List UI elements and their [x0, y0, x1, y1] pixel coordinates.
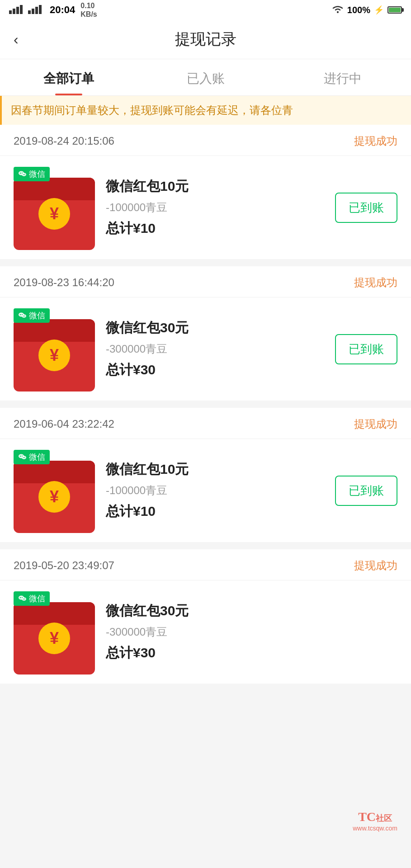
wechat-label: 微信 — [29, 310, 45, 321]
status-right: 100% ⚡ — [332, 5, 402, 15]
order-content: 微信 ¥ 微信红包10元 -100000青豆 总计¥10 已到账 — [0, 156, 411, 259]
arrived-button[interactable]: 已到账 — [335, 476, 397, 506]
product-beans: -100000青豆 — [106, 483, 324, 498]
product-image: 微信 ¥ — [14, 167, 95, 248]
svg-rect-1 — [13, 9, 15, 14]
svg-point-13 — [23, 174, 24, 175]
order-status: 提现成功 — [354, 417, 397, 431]
svg-point-31 — [23, 599, 24, 599]
status-bar: 20:04 0.10 KB/s 100% ⚡ — [0, 0, 411, 20]
order-item: 2019-08-24 20:15:06 提现成功 微信 ¥ — [0, 125, 411, 259]
network-speed: 0.10 KB/s — [80, 1, 97, 19]
order-item: 2019-06-04 23:22:42 提现成功 微信 ¥ — [0, 408, 411, 542]
product-total: 总计¥30 — [106, 361, 324, 379]
product-image: 微信 ¥ — [14, 591, 95, 673]
product-name: 微信红包30元 — [106, 319, 324, 337]
svg-point-30 — [22, 597, 26, 601]
svg-rect-3 — [20, 5, 23, 14]
svg-rect-5 — [32, 9, 34, 14]
order-list: 2019-08-24 20:15:06 提现成功 微信 ¥ — [0, 125, 411, 684]
product-tag: 微信 — [14, 167, 50, 181]
product-name: 微信红包10元 — [106, 177, 324, 196]
svg-point-14 — [24, 174, 25, 175]
order-date: 2019-06-04 23:22:42 — [14, 418, 114, 430]
product-beans: -300000青豆 — [106, 625, 324, 639]
order-status: 提现成功 — [354, 134, 397, 148]
product-total: 总计¥30 — [106, 644, 324, 662]
product-beans: -100000青豆 — [106, 200, 324, 215]
order-header: 2019-08-23 16:44:20 提现成功 — [0, 266, 411, 297]
lightning-icon: ⚡ — [374, 5, 384, 15]
watermark: TC社区 www.tcsqw.com — [353, 809, 397, 832]
product-tag: 微信 — [14, 591, 50, 606]
svg-point-8 — [337, 11, 339, 13]
red-envelope: ¥ — [14, 178, 95, 250]
product-image: 微信 ¥ — [14, 450, 95, 531]
page-header: ‹ 提现记录 — [0, 20, 411, 59]
signal2-icon — [28, 4, 44, 16]
wifi-icon — [332, 5, 344, 15]
svg-point-16 — [20, 314, 21, 315]
order-info: 微信红包10元 -100000青豆 总计¥10 — [106, 177, 324, 238]
tab-processing[interactable]: 进行中 — [274, 59, 411, 95]
svg-point-10 — [20, 173, 21, 174]
svg-point-12 — [22, 173, 26, 176]
svg-point-20 — [24, 316, 25, 316]
wechat-icon — [18, 311, 27, 320]
svg-point-25 — [23, 457, 24, 458]
signal-icon — [9, 4, 25, 16]
svg-rect-7 — [39, 5, 42, 14]
svg-rect-4 — [28, 10, 31, 14]
order-date: 2019-08-23 16:44:20 — [14, 276, 114, 289]
svg-rect-2 — [16, 7, 19, 14]
order-content: 微信 ¥ 微信红包30元 -300000青豆 总计¥30 已到账 — [0, 297, 411, 401]
order-info: 微信红包30元 -300000青豆 总计¥30 — [106, 319, 324, 379]
product-total: 总计¥10 — [106, 219, 324, 238]
wechat-icon — [18, 170, 27, 179]
wechat-label: 微信 — [29, 593, 45, 604]
envelope-coin: ¥ — [38, 340, 70, 371]
svg-point-24 — [22, 456, 26, 459]
tab-all-orders[interactable]: 全部订单 — [0, 59, 137, 95]
order-item: 2019-08-23 16:44:20 提现成功 微信 ¥ — [0, 266, 411, 401]
order-header: 2019-08-24 20:15:06 提现成功 — [0, 125, 411, 156]
battery-icon — [387, 6, 402, 14]
product-name: 微信红包10元 — [106, 460, 324, 479]
time-display: 20:04 — [50, 4, 75, 16]
product-total: 总计¥10 — [106, 502, 324, 521]
page-title: 提现记录 — [175, 29, 236, 50]
svg-rect-0 — [9, 10, 12, 14]
wechat-label: 微信 — [29, 169, 45, 179]
svg-point-28 — [20, 597, 21, 598]
order-date: 2019-08-24 20:15:06 — [14, 135, 114, 147]
order-item: 2019-05-20 23:49:07 提现成功 微信 ¥ — [0, 549, 411, 684]
svg-rect-6 — [35, 7, 38, 14]
red-envelope: ¥ — [14, 461, 95, 533]
status-left: 20:04 0.10 KB/s — [9, 1, 97, 19]
wechat-label: 微信 — [29, 452, 45, 462]
order-content: 微信 ¥ 微信红包30元 -300000青豆 总计¥30 已到账 — [0, 580, 411, 684]
tab-received[interactable]: 已入账 — [137, 59, 274, 95]
order-content: 微信 ¥ 微信红包10元 -100000青豆 总计¥10 已到账 — [0, 439, 411, 542]
product-beans: -300000青豆 — [106, 342, 324, 356]
battery-percent: 100% — [347, 5, 370, 15]
envelope-coin: ¥ — [38, 481, 70, 513]
envelope-coin: ¥ — [38, 623, 70, 654]
order-info: 微信红包10元 -100000青豆 总计¥10 — [106, 460, 324, 521]
notice-banner: 因春节期间订单量较大，提现到账可能会有延迟，请各位青 — [0, 96, 411, 125]
product-tag: 微信 — [14, 308, 50, 323]
wechat-icon — [18, 453, 27, 462]
wechat-icon — [18, 594, 27, 603]
red-envelope: ¥ — [14, 602, 95, 675]
svg-point-19 — [23, 316, 24, 316]
arrived-button[interactable]: 已到账 — [335, 334, 397, 364]
product-name: 微信红包30元 — [106, 602, 324, 620]
back-button[interactable]: ‹ — [14, 31, 19, 48]
svg-point-18 — [22, 314, 26, 318]
product-image: 微信 ¥ — [14, 308, 95, 390]
arrived-button[interactable]: 已到账 — [335, 193, 397, 223]
order-date: 2019-05-20 23:49:07 — [14, 559, 114, 572]
order-status: 提现成功 — [354, 275, 397, 290]
svg-point-22 — [20, 456, 21, 457]
envelope-coin: ¥ — [38, 198, 70, 230]
